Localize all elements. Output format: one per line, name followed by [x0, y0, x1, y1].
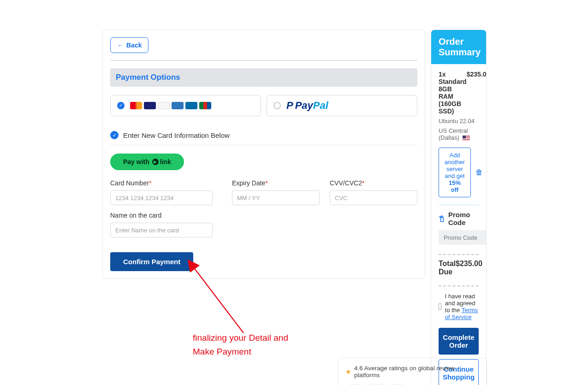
pay-with-link-button[interactable]: Pay with ▶ link [110, 154, 184, 170]
reviews-card: ★ 4.6 Average ratings on global review p… [338, 358, 487, 385]
tos-text: I have read and agreed to the Terms of S… [445, 293, 479, 320]
pay-with-label: Pay with [123, 158, 149, 166]
radio-unchecked-icon [273, 102, 281, 109]
trash-icon[interactable]: 🗑 [475, 168, 483, 177]
promo-code-input[interactable] [439, 230, 487, 245]
check-circle-icon: ✓ [110, 131, 119, 139]
confirm-payment-button[interactable]: Confirm Payment [110, 252, 193, 271]
payment-card: ← Back Payment Options P [102, 30, 425, 279]
dashed-divider [439, 285, 479, 286]
divider [110, 60, 417, 61]
mastercard-icon [130, 102, 142, 109]
payment-method-card[interactable] [110, 95, 261, 116]
discover-icon [158, 102, 170, 109]
complete-order-button[interactable]: Complete Order [439, 328, 479, 355]
enter-new-card-label: Enter New Card Information Below [123, 131, 230, 139]
name-on-card-label: Name on the card [110, 212, 213, 219]
expiry-label: Expiry Date* [232, 179, 320, 187]
cvv-input[interactable] [330, 190, 417, 205]
diners-icon [185, 102, 197, 109]
dashed-divider [439, 254, 479, 255]
annotation-text: finalizing your Detail and Make Payment [193, 331, 313, 359]
enter-new-card-header: ✓ Enter New Card Information Below [110, 127, 417, 145]
star-icon: ★ [345, 368, 351, 375]
order-item-os: Ubuntu 22.04 [439, 118, 479, 124]
promo-code-header: 🏷 Promo Code [439, 211, 479, 226]
payment-options-header: Payment Options [110, 68, 417, 87]
name-on-card-input[interactable] [110, 223, 213, 237]
tag-icon: 🏷 [438, 215, 446, 222]
order-summary-title: Order Summary [431, 30, 486, 64]
visa-icon [144, 102, 156, 109]
arrow-left-icon: ← [117, 41, 124, 49]
card-number-label: Card Number* [110, 179, 213, 187]
back-button[interactable]: ← Back [110, 37, 148, 53]
amex-icon [172, 102, 184, 109]
add-another-server-button[interactable]: Add another server and get 15% off [439, 148, 471, 197]
total-due-label: Total Due [439, 260, 456, 276]
tos-checkbox[interactable] [439, 303, 441, 310]
paypal-logo-icon: P PayPal [286, 100, 328, 112]
radio-checked-icon [117, 102, 125, 109]
jcb-icon [199, 102, 211, 109]
payment-method-paypal[interactable]: P PayPal [267, 95, 417, 116]
cvv-label: CVV/CVC2* [330, 179, 417, 187]
divider [439, 205, 479, 205]
order-summary-card: Order Summary 1x Standard 8GB RAM (160GB… [431, 30, 487, 385]
link-brand-icon: ▶ link [152, 158, 171, 166]
total-due-value: $235.00 [456, 260, 482, 276]
us-flag-icon [463, 136, 470, 141]
reviews-rating-text: 4.6 Average ratings on global review pla… [354, 365, 479, 379]
card-brand-icons [130, 102, 211, 109]
card-number-input[interactable] [110, 190, 213, 205]
order-item-name: 1x Standard 8GB RAM (160GB SSD) [439, 71, 467, 115]
expiry-input[interactable] [232, 190, 320, 205]
order-item-price: $235.00/3yr [467, 71, 487, 115]
order-item-region: US Central (Dallas) [439, 127, 479, 141]
back-label: Back [126, 41, 142, 49]
